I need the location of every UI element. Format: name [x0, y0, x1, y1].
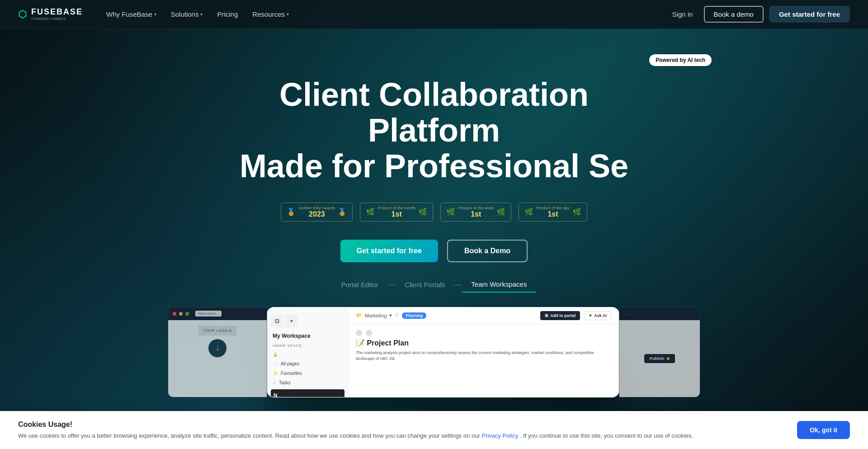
add-to-portal-button[interactable]: ⊞ Add to portal: [540, 311, 580, 320]
ai-sparkle-icon: ✦: [589, 313, 592, 318]
folder-icon: 📁: [356, 312, 362, 318]
workspace-breadcrumb: 📁 Marketing ▾ ♡ Planning: [356, 312, 426, 319]
ws-top-icons: ⊡ +: [267, 312, 348, 330]
tab-divider-1: —: [387, 280, 396, 289]
main-workspace-screen: ⊡ + My Workspace INNER SPACE 🔒 📄 All pag…: [267, 307, 619, 397]
workspace-content: 📝 Project Plan The marketing analysis pr…: [349, 324, 619, 397]
heart-icon: ♡: [395, 312, 399, 318]
tasks-icon: ✓: [273, 380, 276, 385]
publish-button[interactable]: Publish: [644, 354, 675, 363]
get-started-hero-button[interactable]: Get started for free: [340, 240, 438, 262]
navbar-right: Sign in Book a demo Get started for free: [667, 6, 850, 23]
awards-row: 🏅 Golden Kitty Awards 2023 🏅 🌿 Product o…: [281, 203, 587, 222]
privacy-policy-link[interactable]: Privacy Policy: [481, 432, 518, 439]
circle-2: [366, 330, 372, 336]
nav-solutions[interactable]: Solutions ▾: [165, 7, 208, 22]
navbar-left: ⬡ FUSEBASE FORMERLY NIMBUS Why FuseBase …: [18, 7, 294, 22]
hero-title: Client Collaboration Platform Made for P…: [231, 77, 637, 184]
dropdown-icon: ▾: [389, 312, 392, 318]
ws-item-tasks[interactable]: ✓ Tasks: [267, 378, 348, 388]
ws-item-favourites[interactable]: ⭐ Favourites: [267, 369, 348, 378]
navbar: ⬡ FUSEBASE FORMERLY NIMBUS Why FuseBase …: [0, 0, 868, 29]
ws-icon-scan[interactable]: ⊡: [271, 315, 283, 327]
dot-red-icon: [173, 312, 176, 316]
right-side-screen: →→ Publish: [619, 307, 700, 397]
nav-links: Why FuseBase ▾ Solutions ▾ Pricing Resou…: [101, 7, 294, 22]
nav-why-fusebase[interactable]: Why FuseBase ▾: [101, 7, 162, 22]
right-bar-arrows: →→: [624, 312, 632, 316]
award-product-week: 🌿 Product of the week 1st 🌿: [440, 203, 512, 222]
doc-status-circles: [356, 330, 612, 336]
doc-title: 📝 Project Plan: [356, 339, 612, 347]
book-demo-hero-button[interactable]: Book a Demo: [447, 240, 528, 262]
tab-team-workspaces[interactable]: Team Workspaces: [462, 277, 536, 293]
address-bar: https://your...: [195, 311, 222, 317]
ask-ai-button[interactable]: ✦ Ask AI: [584, 311, 612, 320]
circle-1: [356, 330, 362, 336]
download-icon: ↓: [208, 339, 226, 357]
chevron-down-icon: ▾: [200, 12, 203, 17]
hero-buttons: Get started for free Book a Demo: [340, 240, 528, 262]
laurel-right-icon: 🏅: [338, 208, 347, 216]
ws-icon-add[interactable]: +: [285, 315, 298, 327]
award-product-month: 🌿 Product of the month 1st 🌿: [360, 203, 433, 222]
side-right-bar: →→: [619, 307, 700, 320]
signin-button[interactable]: Sign in: [667, 7, 698, 22]
chevron-down-icon: ▾: [154, 12, 156, 17]
workspace-sidebar: ⊡ + My Workspace INNER SPACE 🔒 📄 All pag…: [267, 307, 349, 397]
logo-formerly-text: FORMERLY NIMBUS: [31, 17, 83, 21]
browser-bar: https://your...: [168, 307, 267, 320]
chevron-down-icon: ▾: [287, 12, 289, 17]
cookie-banner: Cookies Usage! We use cookies to offer y…: [0, 411, 868, 449]
tab-client-portals[interactable]: Client Portals: [396, 277, 454, 292]
workspace-main: 📁 Marketing ▾ ♡ Planning ⊞ Add to portal: [349, 307, 619, 397]
cookie-ok-button[interactable]: Ok, got it: [797, 421, 850, 439]
planning-tag: Planning: [402, 312, 426, 319]
side-screen-content: YOUR LOGO & ↓: [168, 320, 267, 397]
cookie-body: We use cookies to offer you a better bro…: [18, 431, 779, 440]
get-started-nav-button[interactable]: Get started for free: [769, 6, 850, 23]
laurel-right-icon: 🌿: [418, 208, 427, 216]
workspace-layout: ⊡ + My Workspace INNER SPACE 🔒 📄 All pag…: [267, 307, 619, 397]
workspace-toolbar: 📁 Marketing ▾ ♡ Planning ⊞ Add to portal: [349, 307, 619, 324]
left-side-screen: https://your... YOUR LOGO & ↓: [168, 307, 267, 397]
tab-divider-2: —: [454, 280, 462, 289]
award-golden-kitty: 🏅 Golden Kitty Awards 2023 🏅: [281, 203, 353, 222]
logo-text-block: FUSEBASE FORMERLY NIMBUS: [31, 7, 83, 21]
doc-body-text: The marketing analysis project aims to c…: [356, 350, 612, 362]
nav-pricing[interactable]: Pricing: [212, 7, 243, 22]
nimbus-icon: N: [271, 389, 344, 397]
book-demo-nav-button[interactable]: Book a demo: [704, 6, 764, 23]
laurel-left-icon: 🏅: [287, 208, 296, 216]
ws-item-lock: 🔒: [267, 350, 348, 359]
award-product-day: 🌿 Product of the day 1st 🌿: [519, 203, 587, 222]
grid-icon: ⊞: [545, 313, 548, 318]
workspace-actions: ⊞ Add to portal ✦ Ask AI: [540, 311, 612, 320]
logo-placeholder: YOUR LOGO &: [198, 326, 236, 336]
cookie-text-block: Cookies Usage! We use cookies to offer y…: [18, 421, 779, 440]
hero-section: Powered by AI tech Client Collaboration …: [0, 0, 868, 449]
tab-portal-editor[interactable]: Portal Editor: [332, 277, 388, 292]
logo-main-text: FUSEBASE: [31, 7, 83, 17]
laurel-left-icon: 🌿: [446, 208, 455, 216]
nav-resources[interactable]: Resources ▾: [247, 7, 294, 22]
logo-icon: ⬡: [18, 9, 27, 20]
laurel-right-icon: 🌿: [572, 208, 581, 216]
cookie-title: Cookies Usage!: [18, 421, 779, 429]
dot-green-icon: [185, 312, 189, 316]
workspace-sidebar-title: My Workspace: [267, 330, 348, 342]
laurel-right-icon: 🌿: [496, 208, 505, 216]
powered-badge: Powered by AI tech: [649, 54, 712, 66]
laurel-left-icon: 🌿: [366, 208, 375, 216]
side-right-content: Publish: [619, 320, 700, 397]
pages-icon: 📄: [273, 361, 278, 366]
inner-space-label: INNER SPACE: [267, 342, 348, 350]
logo[interactable]: ⬡ FUSEBASE FORMERLY NIMBUS: [18, 7, 83, 21]
view-tabs: Portal Editor — Client Portals — Team Wo…: [332, 277, 536, 293]
publish-status-dot: [667, 357, 670, 360]
dot-yellow-icon: [179, 312, 183, 316]
laurel-left-icon: 🌿: [524, 208, 533, 216]
ws-item-all-pages[interactable]: 📄 All pages: [267, 359, 348, 369]
lock-icon: 🔒: [273, 352, 278, 357]
app-preview: https://your... YOUR LOGO & ↓ ⊡ + My Wor…: [163, 307, 705, 397]
